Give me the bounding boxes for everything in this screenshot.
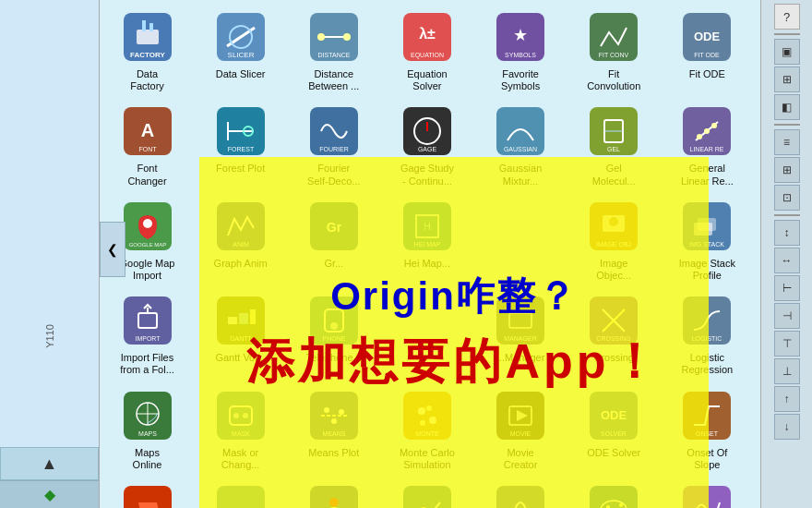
app-item-data-slicer[interactable]: SLICERData Slicer [197, 4, 284, 98]
app-icon-gel-molecule: GEL [586, 103, 641, 159]
app-label-fit-convolution: Fit Convolution [587, 68, 640, 92]
rb1[interactable]: ▣ [774, 39, 800, 65]
svg-point-12 [343, 33, 351, 41]
app-label-distance-between: Distance Between ... [308, 68, 359, 92]
diamond-indicator[interactable]: ◆ [0, 480, 99, 508]
rb4[interactable]: ≡ [774, 129, 800, 155]
rb7[interactable]: ↕ [774, 220, 800, 246]
app-label-data-slicer: Data Slicer [216, 68, 266, 80]
overlay-banner: Origin咋整？ 添加想要的App！ [199, 157, 709, 508]
left-sidebar: Y110 ▲ ◆ [0, 0, 100, 508]
svg-text:EQUATION: EQUATION [411, 52, 444, 59]
svg-point-49 [711, 123, 717, 128]
app-label-google-map-import: Google Map Import [120, 258, 175, 282]
svg-text:MAPS: MAPS [138, 430, 157, 437]
app-icon-fit-ode: ODEFIT ODE [679, 9, 734, 65]
svg-text:GAUSSIAN: GAUSSIAN [504, 146, 537, 152]
overlay-title: Origin咋整？ [330, 271, 578, 322]
svg-text:FONT: FONT [138, 146, 157, 152]
svg-rect-3 [149, 23, 153, 31]
svg-text:λ±: λ± [419, 26, 436, 42]
app-label-favorite-symbols: Favorite Symbols [501, 68, 540, 92]
app-icon-gaussian-mixture: GAUSSIAN [493, 103, 548, 159]
rb5[interactable]: ⊞ [774, 157, 800, 183]
app-icon-forest-plot: FOREST [213, 103, 269, 159]
svg-point-48 [704, 128, 710, 134]
rb10[interactable]: ⊣ [774, 303, 800, 329]
app-label-data-factory: Data Factory [130, 68, 164, 92]
rb2[interactable]: ⊞ [774, 67, 800, 92]
up-arrow-icon: ▲ [42, 454, 58, 474]
sidebar-up-btn[interactable]: ▲ [0, 447, 99, 480]
svg-point-11 [317, 33, 325, 41]
app-item-fit-convolution[interactable]: FIT CONVFit Convolution [570, 4, 658, 98]
svg-text:★: ★ [513, 26, 528, 44]
svg-point-52 [143, 219, 152, 228]
rb12[interactable]: ⊥ [774, 358, 800, 384]
app-item-font-changer[interactable]: AFONTFont Changer [103, 98, 191, 192]
svg-text:IMPORT: IMPORT [135, 335, 161, 342]
app-icon-google-map-import: GOOGLE MAP [120, 199, 175, 254]
collapse-icon: ❮ [107, 242, 118, 257]
sidebar-top [0, 0, 99, 447]
app-label-font-changer: Font Changer [127, 163, 166, 187]
app-item-equation-solver[interactable]: λ±EQUATIONEquation Solver [383, 4, 471, 98]
app-item-origin-file-browser[interactable]: ORIGINOrigin File Browser [103, 477, 191, 508]
svg-rect-2 [142, 20, 146, 31]
app-icon-import-files-fol: IMPORT [120, 293, 175, 348]
svg-text:DISTANCE: DISTANCE [317, 52, 350, 58]
app-item-data-factory[interactable]: FACTORYData Factory [103, 4, 191, 98]
svg-text:FOREST: FOREST [227, 146, 254, 152]
svg-point-47 [697, 134, 702, 139]
rb8[interactable]: ↔ [774, 248, 800, 273]
app-grid-area: FACTORYData FactorySLICERData SlicerDIST… [100, 0, 760, 508]
app-icon-fit-convolution: FIT CONV [586, 9, 641, 65]
right-sidebar: ? ▣ ⊞ ◧ ≡ ⊞ ⊡ ↕ ↔ ⊢ ⊣ ⊤ ⊥ ↑ ↓ [760, 0, 812, 508]
app-icon-data-factory: FACTORY [120, 9, 175, 65]
rb14[interactable]: ↓ [774, 414, 800, 440]
y-label: Y110 [43, 324, 54, 348]
app-icon-font-changer: AFONT [120, 103, 175, 159]
app-label-maps-online: Maps Online [133, 447, 162, 471]
rb9[interactable]: ⊢ [774, 275, 800, 301]
help-btn[interactable]: ? [774, 4, 800, 30]
svg-text:FOURIER: FOURIER [319, 146, 349, 152]
app-item-fit-ode[interactable]: ODEFIT ODEFit ODE [663, 4, 751, 98]
app-item-favorite-symbols[interactable]: ★SYMBOLSFavorite Symbols [477, 4, 565, 98]
rb13[interactable]: ↑ [774, 386, 800, 412]
svg-text:GOOGLE MAP: GOOGLE MAP [128, 242, 166, 248]
app-item-distance-between[interactable]: DISTANCEDistance Between ... [290, 4, 377, 98]
app-item-maps-online[interactable]: MAPSMaps Online [103, 382, 191, 477]
app-label-fit-ode: Fit ODE [689, 68, 725, 80]
app-icon-equation-solver: λ±EQUATION [400, 9, 455, 65]
svg-text:GAGE: GAGE [418, 146, 437, 152]
app-label-import-files-fol: Import Files from a Fol... [120, 352, 174, 376]
rb3[interactable]: ◧ [774, 94, 800, 120]
app-icon-data-slicer: SLICER [213, 9, 269, 65]
svg-rect-1 [137, 30, 159, 44]
svg-text:ODE: ODE [694, 30, 721, 43]
rb6[interactable]: ⊡ [774, 185, 800, 211]
app-icon-origin-file-browser: ORIGIN [120, 482, 175, 508]
app-icon-maps-online: MAPS [120, 388, 175, 443]
svg-text:FIT ODE: FIT ODE [695, 52, 721, 58]
svg-text:SLICER: SLICER [227, 51, 254, 59]
diamond-icon: ◆ [44, 486, 55, 503]
app-icon-fourier-self-deco: FOURIER [306, 103, 362, 159]
svg-text:LINEAR RE: LINEAR RE [690, 146, 724, 152]
app-icon-gage-study: GAGE [400, 103, 455, 159]
svg-text:GEL: GEL [607, 146, 620, 152]
app-icon-distance-between: DISTANCE [306, 9, 362, 65]
overlay-subtitle: 添加想要的App！ [246, 330, 661, 394]
app-icon-favorite-symbols: ★SYMBOLS [493, 9, 548, 65]
svg-text:A: A [140, 120, 153, 140]
app-item-import-files-fol[interactable]: IMPORTImport Files from a Fol... [103, 287, 191, 381]
app-label-equation-solver: Equation Solver [407, 68, 447, 92]
svg-text:FACTORY: FACTORY [130, 51, 165, 59]
svg-text:SYMBOLS: SYMBOLS [505, 52, 536, 58]
svg-text:FIT CONV: FIT CONV [599, 52, 629, 58]
app-icon-general-linear-re: LINEAR RE [679, 103, 734, 159]
rb11[interactable]: ⊤ [774, 331, 800, 357]
collapse-sidebar-btn[interactable]: ❮ [100, 222, 125, 277]
